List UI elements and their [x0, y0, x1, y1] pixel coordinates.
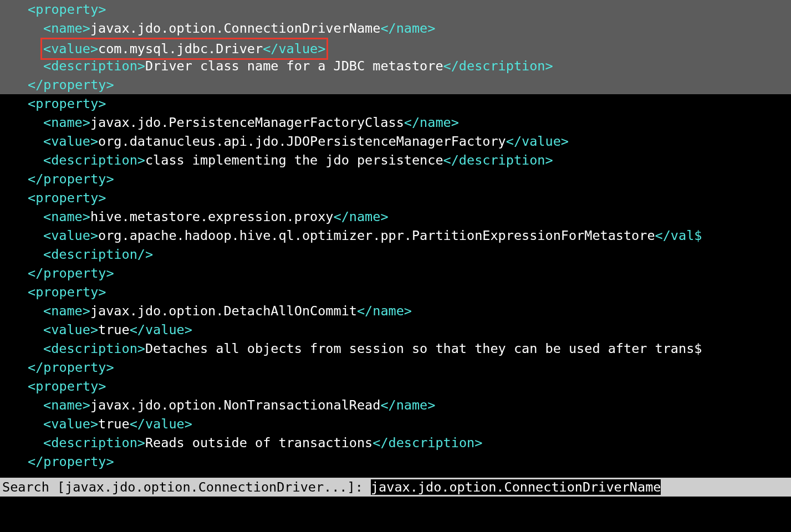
property-open-line: <property> [0, 377, 791, 396]
shortcut-bar: ^GGet HelpM-CCase SensM-BBackwardsM-JFul… [0, 497, 791, 532]
property-close-line: </property> [0, 75, 791, 94]
property-close-tag: </property> [28, 454, 114, 469]
name-line: <name>hive.metastore.expression.proxy</n… [0, 207, 791, 226]
description-line: <description>class implementing the jdo … [0, 151, 791, 170]
description-line: <description>Driver class name for a JDB… [0, 57, 791, 75]
description-close-tag: </description> [443, 152, 553, 168]
value-line: <value>org.datanucleus.api.jdo.JDOPersis… [0, 132, 791, 151]
name-text: javax.jdo.option.ConnectionDriverName [90, 21, 380, 36]
property-open-line: <property> [0, 0, 791, 19]
value-text: true [98, 322, 130, 337]
name-close-tag: </name> [404, 115, 459, 130]
name-open-tag: <name> [43, 303, 90, 319]
property-close-tag: </property> [28, 77, 114, 93]
property-block: <property><name>javax.jdo.option.DetachA… [0, 283, 791, 377]
description-line: <description>Detaches all objects from s… [0, 339, 791, 358]
value-close-tag: </value> [130, 416, 192, 432]
property-open-tag: <property> [28, 96, 106, 111]
name-open-tag: <name> [43, 115, 90, 130]
search-bar[interactable]: Search [javax.jdo.option.ConnectionDrive… [0, 478, 791, 497]
description-open-tag: <description> [43, 341, 145, 356]
value-close-tag: </value> [263, 41, 325, 57]
value-line: <value>org.apache.hadoop.hive.ql.optimiz… [0, 226, 791, 245]
name-text: hive.metastore.expression.proxy [90, 209, 334, 224]
value-open-tag: <value> [43, 228, 98, 243]
property-close-line: </property> [0, 264, 791, 283]
property-open-line: <property> [0, 283, 791, 301]
value-open-tag: <value> [43, 41, 98, 57]
property-block: <property><name>javax.jdo.option.Connect… [0, 0, 791, 94]
name-line: <name>javax.jdo.option.DetachAllOnCommit… [0, 301, 791, 320]
description-open-tag: <description> [43, 58, 145, 74]
value-text: org.datanucleus.api.jdo.JDOPersistenceMa… [98, 134, 506, 149]
name-open-tag: <name> [43, 209, 90, 224]
property-open-tag: <property> [28, 378, 106, 394]
property-open-line: <property> [0, 188, 791, 207]
description-open-tag: <description> [43, 435, 145, 451]
name-line: <name>javax.jdo.option.NonTransactionalR… [0, 396, 791, 415]
value-text: true [98, 416, 130, 432]
property-close-tag: </property> [28, 265, 114, 281]
search-prompt: Search [javax.jdo.option.ConnectionDrive… [2, 479, 371, 495]
property-open-tag: <property> [28, 190, 106, 206]
name-open-tag: <name> [43, 397, 90, 413]
property-open-tag: <property> [28, 2, 106, 17]
property-block: <property><name>javax.jdo.option.NonTran… [0, 377, 791, 471]
description-text: Driver class name for a JDBC metastore [145, 58, 443, 74]
property-block: <property><name>javax.jdo.PersistenceMan… [0, 94, 791, 188]
description-text: Detaches all objects from session so tha… [145, 341, 702, 356]
value-line: <value>com.mysql.jdbc.Driver</value> [0, 38, 791, 57]
name-line: <name>javax.jdo.PersistenceManagerFactor… [0, 113, 791, 132]
description-close-tag: </description> [443, 58, 553, 74]
name-text: javax.jdo.option.NonTransactionalRead [90, 397, 380, 413]
property-close-line: </property> [0, 358, 791, 377]
property-block: <property><name>hive.metastore.expressio… [0, 188, 791, 283]
editor-viewport[interactable]: <property><name>javax.jdo.option.Connect… [0, 0, 791, 478]
value-open-tag: <value> [43, 134, 98, 149]
name-close-tag: </name> [357, 303, 412, 319]
description-open-tag: <description> [43, 152, 145, 168]
property-open-line: <property> [0, 94, 791, 113]
value-text: org.apache.hadoop.hive.ql.optimizer.ppr.… [98, 228, 655, 243]
property-close-tag: </property> [28, 360, 114, 375]
description-text: Reads outside of transactions [145, 435, 372, 451]
search-query: javax.jdo.option.ConnectionDriverName [371, 479, 661, 495]
name-text: javax.jdo.PersistenceManagerFactoryClass [90, 115, 404, 130]
value-close-tag: </value> [506, 134, 569, 149]
description-line: <description/> [0, 245, 791, 264]
value-open-tag: <value> [43, 416, 98, 432]
value-text: com.mysql.jdbc.Driver [98, 41, 263, 57]
property-open-tag: <property> [28, 284, 106, 300]
description-text: class implementing the jdo persistence [145, 152, 443, 168]
value-open-tag: <value> [43, 322, 98, 337]
name-close-tag: </name> [334, 209, 389, 224]
name-line: <name>javax.jdo.option.ConnectionDriverN… [0, 19, 791, 38]
description-close-tag: </description> [372, 435, 482, 451]
property-close-line: </property> [0, 170, 791, 188]
property-close-tag: </property> [28, 171, 114, 187]
description-self-close-tag: <description/> [43, 247, 153, 262]
name-close-tag: </name> [380, 21, 435, 36]
value-close-tag: </val$ [655, 228, 702, 243]
value-line: <value>true</value> [0, 415, 791, 433]
value-close-tag: </value> [130, 322, 192, 337]
description-line: <description>Reads outside of transactio… [0, 433, 791, 452]
value-line: <value>true</value> [0, 320, 791, 339]
property-close-line: </property> [0, 452, 791, 471]
name-open-tag: <name> [43, 21, 90, 36]
name-close-tag: </name> [380, 397, 435, 413]
name-text: javax.jdo.option.DetachAllOnCommit [90, 303, 357, 319]
